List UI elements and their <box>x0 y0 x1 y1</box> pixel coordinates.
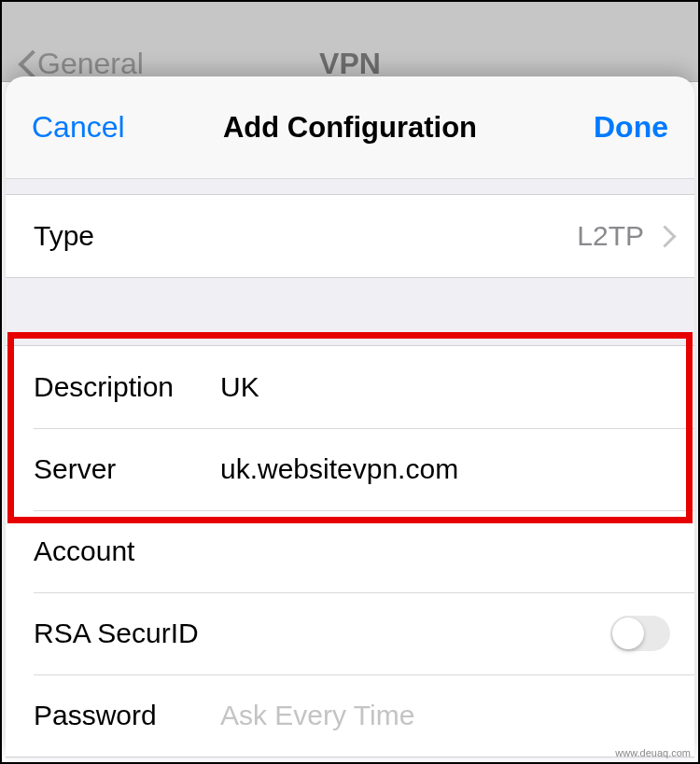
password-input[interactable] <box>220 700 670 731</box>
watermark: www.deuaq.com <box>615 747 691 758</box>
done-button[interactable]: Done <box>594 110 668 145</box>
type-label: Type <box>34 220 577 252</box>
rsa-securid-row: RSA SecurID <box>6 592 694 674</box>
chevron-left-icon <box>17 50 32 76</box>
cancel-button[interactable]: Cancel <box>32 110 125 145</box>
back-general-dimmed: General <box>17 47 144 81</box>
description-input[interactable] <box>220 371 670 403</box>
description-row[interactable]: Description <box>6 346 694 428</box>
account-label: Account <box>34 535 220 567</box>
type-row[interactable]: Type L2TP <box>6 195 694 277</box>
server-row[interactable]: Server <box>6 428 694 510</box>
rsa-label: RSA SecurID <box>34 618 610 649</box>
sheet-title: Add Configuration <box>223 111 477 145</box>
server-label: Server <box>34 453 220 485</box>
type-value: L2TP <box>577 220 644 252</box>
account-row[interactable]: Account <box>6 510 694 592</box>
server-input[interactable] <box>220 453 670 485</box>
password-label: Password <box>34 700 220 731</box>
modal-sheet: Cancel Add Configuration Done Type L2TP … <box>6 76 694 758</box>
background-page: General VPN <box>2 2 698 82</box>
description-label: Description <box>34 371 220 403</box>
chevron-right-icon <box>657 225 670 247</box>
back-label: General <box>37 47 144 81</box>
toggle-knob <box>612 618 644 649</box>
background-title: VPN <box>319 47 381 81</box>
password-row[interactable]: Password <box>6 674 694 757</box>
type-group: Type L2TP <box>6 194 694 278</box>
config-fields-group: Description Server Account RSA SecurID P… <box>6 345 694 757</box>
account-input[interactable] <box>220 535 670 567</box>
sheet-header: Cancel Add Configuration Done <box>6 76 694 179</box>
rsa-toggle[interactable] <box>610 616 670 651</box>
